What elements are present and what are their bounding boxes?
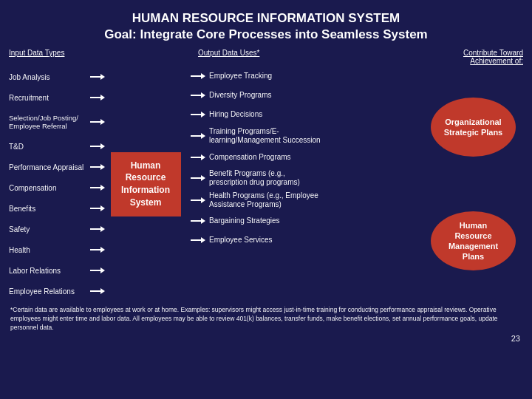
input-row: Selection/Job Posting/Employee Referral (9, 108, 105, 136)
output-row: Employee Tracking (191, 66, 423, 86)
arrow-icon (191, 112, 205, 117)
arrow-icon (90, 185, 105, 191)
main-content: Job Analysis Recruitment Selection/Job P… (0, 66, 532, 301)
hrm-plans-ellipse: Human Resource Management Plans (431, 211, 516, 270)
input-row: Job Analysis (9, 66, 105, 87)
arrow-icon (90, 95, 105, 100)
col-header-input: Input Data Types (9, 49, 105, 65)
col-headers: Input Data Types Output Data Uses* Contr… (0, 49, 532, 65)
arrow-icon (191, 197, 205, 203)
arrow-icon (191, 175, 205, 181)
arrow-icon (90, 164, 105, 170)
arrow-icon (90, 74, 105, 80)
output-row: Hiring Decisions (191, 105, 423, 124)
input-row: Health (9, 239, 105, 260)
footer-text: *Certain data are available to employees… (0, 301, 532, 334)
arrow-icon (90, 143, 105, 149)
org-strategic-plans-ellipse: Organizational Strategic Plans (431, 98, 516, 157)
input-row: Benefits (9, 198, 105, 219)
output-row: Training Programs/E-learning/Management … (191, 124, 423, 148)
output-row: Compensation Programs (191, 148, 423, 167)
output-col: Employee Tracking Diversity Programs Hir… (186, 66, 423, 301)
right-col: Organizational Strategic Plans Human Res… (423, 66, 523, 301)
arrow-icon (191, 73, 205, 79)
arrow-icon (90, 119, 105, 125)
page: HUMAN RESOURCE INFORMATION SYSTEM Goal: … (0, 0, 532, 399)
arrow-icon (90, 288, 105, 294)
output-row: Benefit Programs (e.g.,prescription drug… (191, 167, 423, 189)
output-row: Health Programs (e.g., EmployeeAssistanc… (191, 189, 423, 211)
arrow-icon (191, 133, 205, 139)
input-row: Recruitment (9, 87, 105, 108)
input-row: T&D (9, 136, 105, 157)
arrow-icon (191, 237, 205, 243)
input-col: Job Analysis Recruitment Selection/Job P… (9, 66, 105, 301)
output-row: Bargaining Strategies (191, 211, 423, 231)
col-header-contribute: Contribute Toward Achievement of: (420, 49, 523, 65)
col-header-output: Output Data Uses* (192, 49, 420, 65)
input-row: Safety (9, 219, 105, 239)
arrow-icon (90, 267, 105, 273)
input-row: Performance Appraisal (9, 157, 105, 177)
center-box: Human Resource Information System (111, 152, 181, 216)
input-row: Compensation (9, 177, 105, 198)
output-row: Diversity Programs (191, 86, 423, 105)
input-row: Employee Relations (9, 281, 105, 301)
arrow-icon (90, 226, 105, 232)
arrow-icon (191, 218, 205, 224)
arrow-icon (191, 154, 205, 160)
center-col: Human Resource Information System (105, 66, 186, 301)
output-row: Employee Services (191, 231, 423, 250)
header: HUMAN RESOURCE INFORMATION SYSTEM Goal: … (0, 0, 532, 49)
input-row: Labor Relations (9, 260, 105, 281)
arrow-icon (191, 92, 205, 98)
page-title: HUMAN RESOURCE INFORMATION SYSTEM Goal: … (15, 10, 517, 43)
page-number: 23 (0, 334, 532, 346)
arrow-icon (90, 247, 105, 253)
arrow-icon (90, 205, 105, 211)
